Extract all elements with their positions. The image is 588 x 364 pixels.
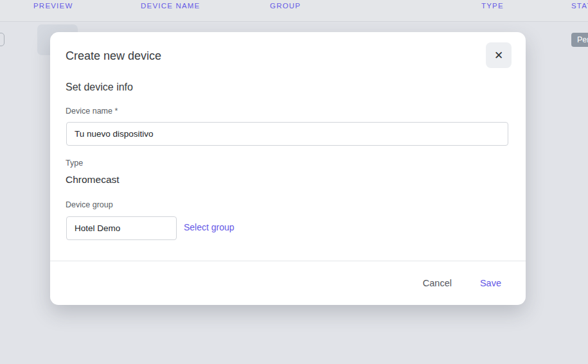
column-header-type: TYPE	[481, 2, 504, 10]
select-group-link[interactable]: Select group	[184, 222, 235, 232]
create-device-dialog: Create new device ✕ Set device info Devi…	[50, 32, 526, 305]
close-icon: ✕	[494, 49, 503, 62]
page-background: PREVIEW DEVICE NAME GROUP TYPE STATUS Pe…	[0, 0, 588, 364]
save-button[interactable]: Save	[472, 272, 509, 294]
column-header-device-name: DEVICE NAME	[141, 2, 200, 10]
cancel-button[interactable]: Cancel	[415, 272, 459, 294]
table-header-row: PREVIEW DEVICE NAME GROUP TYPE STATUS	[0, 0, 588, 22]
device-group-input[interactable]	[66, 216, 177, 240]
device-name-label: Device name *	[66, 107, 118, 116]
dialog-footer: Cancel Save	[50, 261, 526, 305]
type-label: Type	[66, 159, 83, 168]
column-header-preview: PREVIEW	[33, 2, 73, 10]
type-value: Chromecast	[66, 174, 120, 186]
dialog-title: Create new device	[66, 49, 161, 63]
device-name-input[interactable]	[66, 122, 508, 146]
close-button[interactable]: ✕	[486, 42, 512, 68]
row-checkbox[interactable]	[0, 33, 4, 46]
column-header-status: STATUS	[571, 2, 588, 10]
column-header-group: GROUP	[270, 2, 301, 10]
status-badge: Pending	[571, 33, 588, 47]
section-title: Set device info	[66, 82, 133, 93]
device-group-label: Device group	[66, 200, 113, 209]
